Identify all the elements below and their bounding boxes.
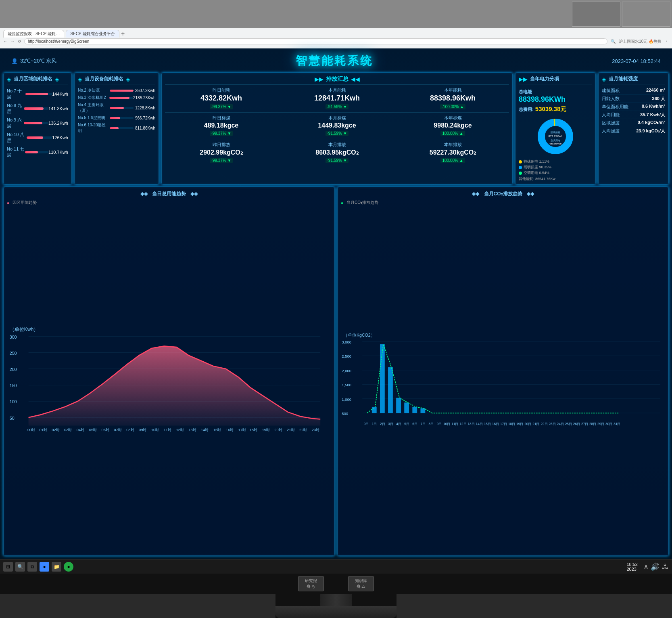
header-left: 👤 32℃~20℃ 东风 <box>11 57 56 65</box>
svg-text:12日: 12日 <box>459 422 466 426</box>
divider1 <box>165 112 509 113</box>
task-view[interactable]: ⧉ <box>27 562 37 572</box>
emission-marker: ▶▶ <box>315 76 323 82</box>
monitor-stand <box>275 594 397 618</box>
panels-row: ◈ 当月区域能耗排名 ◈ No.7 十层 144Kwh No.8 九层 141.… <box>3 73 669 184</box>
svg-text:7日: 7日 <box>420 422 426 426</box>
svg-text:06时: 06时 <box>102 428 109 432</box>
intensity-items: 建筑面积 22460 m² 用能人数 360 人 单位面积用能 0.6 Kwh/… <box>602 87 665 135</box>
svg-text:02时: 02时 <box>52 428 59 432</box>
main-title: 智慧能耗系统 <box>296 53 373 69</box>
region-panel-header: ◈ 当月区域能耗排名 ◈ <box>7 75 68 84</box>
svg-text:08时: 08时 <box>126 428 134 432</box>
yesterday-coal: 昨日标煤 489.18kgce -99.37% ▼ <box>165 115 278 136</box>
nav-back[interactable]: ← <box>3 39 7 44</box>
energy-trend-title: ◈◈ 当日总用能趋势 ◈◈ <box>7 191 331 197</box>
svg-text:1,500: 1,500 <box>342 383 351 387</box>
region-rank-item: No.7 十层 144Kwh <box>7 87 68 101</box>
svg-text:28日: 28日 <box>589 422 596 426</box>
device-panel: ◈ 当月设备能耗排名 ◈ No.2 冷知源 2507.2Kwh No.3 冷水机… <box>74 73 159 184</box>
svg-text:25日: 25日 <box>565 422 572 426</box>
region-items: No.7 十层 144Kwh No.8 九层 141.3Kwh No.9 六层 … <box>7 87 68 159</box>
svg-text:14日: 14日 <box>476 422 483 426</box>
svg-text:00时: 00时 <box>27 428 35 432</box>
svg-text:17日: 17日 <box>500 422 507 426</box>
dashboard: 👤 32℃~20℃ 东风 智慧能耗系统 2023-07-04 18:52:44 … <box>0 48 672 559</box>
month-co2: 本月排放 8603.95kgCO₂ -91.59% ▼ <box>281 142 393 163</box>
svg-text:250: 250 <box>10 351 17 356</box>
device-marker: ◈ <box>78 76 82 82</box>
svg-rect-67 <box>412 407 417 413</box>
donut-legend: 特殊用电 1.11% 照明插座 98.35% 空调用电 0.54% <box>519 159 592 176</box>
svg-text:20时: 20时 <box>274 428 282 432</box>
svg-text:9日: 9日 <box>437 422 442 426</box>
emission-coal-grid: 昨日标煤 489.18kgce -99.37% ▼ 本月标煤 1449.83kg… <box>165 115 509 136</box>
svg-text:200: 200 <box>10 367 17 372</box>
intensity-panel: ◈ 当月能耗强度 建筑面积 22460 m² 用能人数 360 人 单位面积用能… <box>598 73 669 184</box>
svg-text:18日: 18日 <box>508 422 515 426</box>
svg-text:07时: 07时 <box>114 428 121 432</box>
svg-text:27日: 27日 <box>581 422 588 426</box>
browser-chrome: 能源监控报表 - SECP-能耗… SECP-能耗综合业务平台 + ← → ↺ … <box>0 28 672 48</box>
tab-2[interactable]: SECP-能耗综合业务平台 <box>66 30 119 38</box>
svg-text:（单位KgCO2）: （单位KgCO2） <box>343 333 375 337</box>
region-rank-item: No.11 七层 110.7Kwh <box>7 145 68 159</box>
svg-text:877.29Kwh: 877.29Kwh <box>548 135 562 138</box>
svg-text:500: 500 <box>342 411 348 416</box>
charts-row: ◈◈ 当日总用能趋势 ◈◈ ● 园区用能趋势 （单位Kwh） <box>3 187 669 556</box>
svg-text:（单位Kwh）: （单位Kwh） <box>10 327 38 332</box>
device-rank-item: No.4 主循环泵（夏） 1228.8Kwh <box>78 101 155 114</box>
year-co2: 本年排放 59227.30kgCO₂ 100.00% ▲ <box>397 142 509 163</box>
nav-refresh[interactable]: ↺ <box>18 39 21 44</box>
energy-legend: ● 园区用能趋势 <box>7 200 331 205</box>
region-rank-item: No.10 八层 126Kwh <box>7 130 68 145</box>
stand-neck <box>320 594 352 606</box>
bottom-item-1: 研究报身 ち <box>298 576 324 591</box>
nav-forward[interactable]: → <box>10 39 15 44</box>
svg-text:19时: 19时 <box>262 428 269 432</box>
co2-trend-title: ◈◈ 当月CO₂排放趋势 ◈◈ <box>341 191 665 197</box>
svg-text:480.00Kwh: 480.00Kwh <box>549 142 561 145</box>
monitor-outer: 能源监控报表 - SECP-能耗… SECP-能耗综合业务平台 + ← → ↺ … <box>0 0 672 618</box>
tab-1[interactable]: 能源监控报表 - SECP-能耗… <box>3 30 64 38</box>
svg-rect-62 <box>372 407 377 413</box>
emission-marker2: ◀◀ <box>351 76 360 82</box>
new-tab-button[interactable]: + <box>121 30 125 38</box>
region-panel-title: 当月区域能耗排名 <box>14 75 52 82</box>
intensity-item: 建筑面积 22460 m² <box>602 87 665 95</box>
svg-text:21时: 21时 <box>287 428 294 432</box>
top-bar-area: 能源监控报表 - SECP-能耗… SECP-能耗综合业务平台 + ← → ↺ … <box>0 0 672 48</box>
menu-icon[interactable]: ⋮ <box>665 39 669 44</box>
svg-text:空调用电: 空调用电 <box>551 139 560 142</box>
svg-text:150: 150 <box>10 383 17 388</box>
address-bar-text: 沪上同喝水10元 🔥热搜 <box>619 39 662 44</box>
svg-text:19日: 19日 <box>516 422 523 426</box>
svg-text:300: 300 <box>10 335 17 339</box>
search-taskbar[interactable]: 🔍 <box>15 562 25 572</box>
tab-bar: 能源监控报表 - SECP-能耗… SECP-能耗综合业务平台 + <box>3 30 669 38</box>
svg-text:26日: 26日 <box>573 422 580 426</box>
svg-text:17时: 17时 <box>238 428 246 432</box>
intensity-item: 人均用能 35.7 Kwh/人 <box>602 111 665 119</box>
system-tray: ∧ 🔊 🖧 <box>643 562 669 571</box>
url-input[interactable]: http://localhost/#/energyBigScreen <box>24 38 607 44</box>
electricity-panel: ▶▶ 当年电力分项 总电能 88398.96KWh 总费用: 53039.38元 <box>515 73 596 184</box>
svg-text:23日: 23日 <box>549 422 556 426</box>
chrome-icon[interactable]: ● <box>40 562 49 572</box>
svg-text:1日: 1日 <box>372 422 377 426</box>
svg-rect-64 <box>388 367 393 413</box>
energy-chart-svg: （单位Kwh） 300 250 200 150 100 <box>7 207 331 552</box>
start-icon[interactable]: ⊞ <box>3 562 13 572</box>
taskbar: ⊞ 🔍 ⧉ ● 📁 ● 18:52 2023 ∧ 🔊 🖧 <box>0 559 672 574</box>
svg-rect-65 <box>396 398 401 413</box>
legend-item: 照明插座 98.35% <box>519 165 592 170</box>
region-rank-item: No.8 九层 141.3Kwh <box>7 101 68 116</box>
total-energy: 总电能 88398.96KWh <box>519 87 592 104</box>
emission-panel-header: ▶▶ 排放汇总 ◀◀ <box>165 75 509 85</box>
green-icon[interactable]: ● <box>64 562 73 572</box>
device-rank-item: No.6 10-20层照明 811.86Kwh <box>78 122 155 134</box>
camera-strip <box>0 0 672 28</box>
electricity-marker: ▶▶ <box>519 76 528 82</box>
explorer-icon[interactable]: 📁 <box>52 562 61 572</box>
stand-base <box>275 606 397 618</box>
